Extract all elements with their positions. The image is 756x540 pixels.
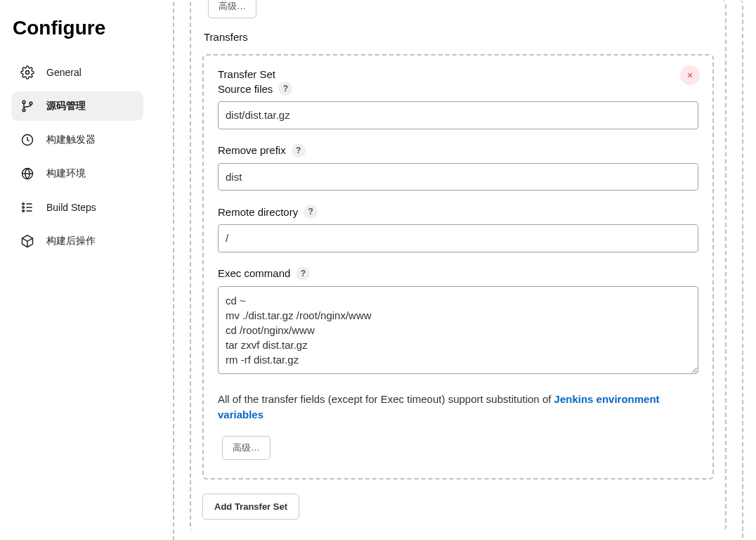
source-files-label: Source files xyxy=(218,83,273,95)
hint-text: All of the transfer fields (except for E… xyxy=(218,393,554,405)
help-icon[interactable]: ? xyxy=(278,82,292,96)
sidebar-item-label: 构建触发器 xyxy=(46,134,96,146)
svg-point-8 xyxy=(22,210,25,212)
clock-icon xyxy=(20,132,35,148)
substitution-hint: All of the transfer fields (except for E… xyxy=(218,392,698,423)
advanced-top-button[interactable]: 高级… xyxy=(208,0,256,18)
sidebar-item-label: General xyxy=(46,67,82,78)
svg-point-3 xyxy=(30,102,32,105)
sidebar: Configure General 源码管理 构建触发器 构建环境 xyxy=(0,0,148,540)
sidebar-item-environment[interactable]: 构建环境 xyxy=(11,159,143,188)
remote-directory-input[interactable] xyxy=(218,224,698,252)
source-files-input[interactable] xyxy=(218,101,698,129)
package-icon xyxy=(20,233,35,249)
add-transfer-set-button[interactable]: Add Transfer Set xyxy=(202,494,299,520)
remove-transfer-set-button[interactable]: × xyxy=(680,65,700,85)
svg-point-0 xyxy=(26,71,30,75)
git-branch-icon xyxy=(20,98,35,114)
close-icon: × xyxy=(687,70,693,80)
svg-point-6 xyxy=(22,203,25,205)
sidebar-item-post-build[interactable]: 构建后操作 xyxy=(11,226,143,256)
advanced-inner-button[interactable]: 高级… xyxy=(222,436,271,460)
remove-prefix-input[interactable] xyxy=(218,163,698,191)
svg-point-7 xyxy=(22,207,25,209)
exec-command-label: Exec command xyxy=(218,267,290,279)
transfer-set-title: Transfer Set xyxy=(218,68,698,80)
svg-point-1 xyxy=(22,101,25,103)
globe-icon xyxy=(20,166,35,181)
page-title: Configure xyxy=(13,17,143,39)
svg-point-2 xyxy=(22,109,25,112)
transfer-set-panel: × Transfer Set Source files ? Remove pre… xyxy=(202,54,714,480)
sidebar-item-triggers[interactable]: 构建触发器 xyxy=(11,125,143,155)
remove-prefix-label: Remove prefix xyxy=(218,144,286,156)
sidebar-item-scm[interactable]: 源码管理 xyxy=(11,91,143,121)
remote-directory-label: Remote directory xyxy=(218,206,298,218)
sidebar-item-label: 构建环境 xyxy=(46,167,86,180)
outer-dashed-panel: 高级… Transfers × Transfer Set Source file… xyxy=(173,0,743,540)
help-icon[interactable]: ? xyxy=(296,266,310,281)
sidebar-item-build-steps[interactable]: Build Steps xyxy=(11,193,143,222)
server-dashed-panel: 高级… Transfers × Transfer Set Source file… xyxy=(190,0,726,531)
sidebar-item-label: 源码管理 xyxy=(46,100,86,112)
sidebar-item-label: 构建后操作 xyxy=(46,235,96,248)
help-icon[interactable]: ? xyxy=(304,205,318,219)
main-content: 高级… Transfers × Transfer Set Source file… xyxy=(148,0,756,540)
sidebar-item-general[interactable]: General xyxy=(11,58,143,87)
gear-icon xyxy=(20,65,35,80)
transfers-section-label: Transfers xyxy=(204,31,714,43)
help-icon[interactable]: ? xyxy=(292,143,306,158)
sidebar-item-label: Build Steps xyxy=(46,202,96,213)
steps-icon xyxy=(20,200,35,215)
exec-command-textarea[interactable]: cd ~ mv ./dist.tar.gz /root/nginx/www cd… xyxy=(218,286,698,374)
